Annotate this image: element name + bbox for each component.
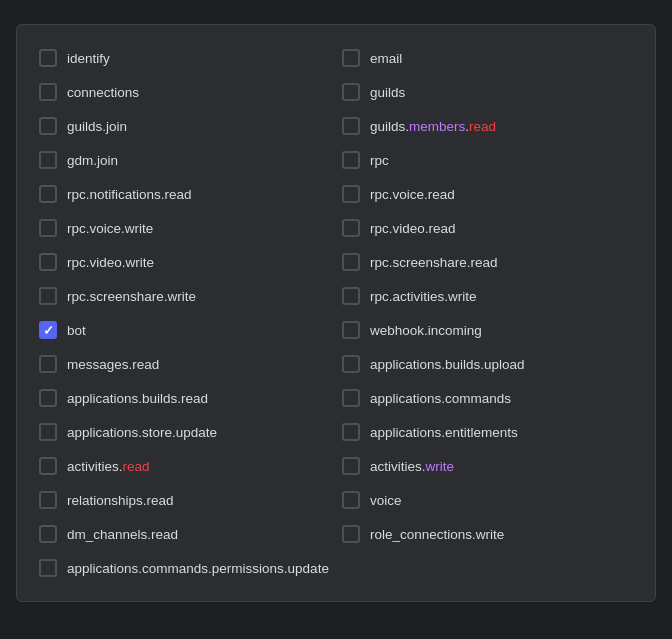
label-rpc.voice.write: rpc.voice.write [67,221,153,236]
label-rpc: rpc [370,153,389,168]
checkbox-rpc.voice.read[interactable] [342,185,360,203]
scope-item-voice: voice [336,483,639,517]
scope-item-rpc.screenshare.read: rpc.screenshare.read [336,245,639,279]
checkbox-applications.builds.upload[interactable] [342,355,360,373]
label-applications.store.update: applications.store.update [67,425,217,440]
checkbox-rpc.video.read[interactable] [342,219,360,237]
scope-item-webhook.incoming: webhook.incoming [336,313,639,347]
scope-item-relationships.read: relationships.read [33,483,336,517]
scope-item-rpc.video.read: rpc.video.read [336,211,639,245]
scope-item-rpc: rpc [336,143,639,177]
label-rpc.voice.read: rpc.voice.read [370,187,455,202]
scope-item-connections: connections [33,75,336,109]
label-applications.commands.permissions.update: applications.commands.permissions.update [67,561,329,576]
scopes-grid: identifyemailconnectionsguildsguilds.joi… [33,41,639,585]
scope-item-applications.builds.read: applications.builds.read [33,381,336,415]
scope-item-bot: bot [33,313,336,347]
checkbox-dm_channels.read[interactable] [39,525,57,543]
checkbox-rpc.activities.write[interactable] [342,287,360,305]
scope-item-applications.store.update: applications.store.update [33,415,336,449]
scope-item-messages.read: messages.read [33,347,336,381]
label-role_connections.write: role_connections.write [370,527,504,542]
scope-item-rpc.voice.write: rpc.voice.write [33,211,336,245]
label-applications.builds.read: applications.builds.read [67,391,208,406]
scopes-container: identifyemailconnectionsguildsguilds.joi… [16,16,656,602]
scope-item-identify: identify [33,41,336,75]
checkbox-guilds.members.read[interactable] [342,117,360,135]
checkbox-messages.read[interactable] [39,355,57,373]
checkbox-guilds.join[interactable] [39,117,57,135]
checkbox-gdm.join[interactable] [39,151,57,169]
scope-item-rpc.notifications.read: rpc.notifications.read [33,177,336,211]
label-guilds.members.read: guilds.members.read [370,119,496,134]
scopes-box: identifyemailconnectionsguildsguilds.joi… [16,24,656,602]
label-activities.read: activities.read [67,459,150,474]
checkbox-bot[interactable] [39,321,57,339]
checkbox-guilds[interactable] [342,83,360,101]
label-applications.builds.upload: applications.builds.upload [370,357,525,372]
label-bot: bot [67,323,86,338]
label-gdm.join: gdm.join [67,153,118,168]
scope-item-rpc.video.write: rpc.video.write [33,245,336,279]
scope-item-guilds.join: guilds.join [33,109,336,143]
checkbox-rpc.screenshare.read[interactable] [342,253,360,271]
checkbox-applications.entitlements[interactable] [342,423,360,441]
label-rpc.video.read: rpc.video.read [370,221,456,236]
label-connections: connections [67,85,139,100]
checkbox-rpc.notifications.read[interactable] [39,185,57,203]
label-rpc.notifications.read: rpc.notifications.read [67,187,192,202]
scope-item-dm_channels.read: dm_channels.read [33,517,336,551]
checkbox-activities.write[interactable] [342,457,360,475]
scope-item-activities.write: activities.write [336,449,639,483]
checkbox-voice[interactable] [342,491,360,509]
checkbox-connections[interactable] [39,83,57,101]
label-dm_channels.read: dm_channels.read [67,527,178,542]
label-applications.commands: applications.commands [370,391,511,406]
label-email: email [370,51,402,66]
scope-item-email: email [336,41,639,75]
label-guilds.join: guilds.join [67,119,127,134]
scope-item-applications.builds.upload: applications.builds.upload [336,347,639,381]
label-rpc.video.write: rpc.video.write [67,255,154,270]
scope-item-gdm.join: gdm.join [33,143,336,177]
checkbox-role_connections.write[interactable] [342,525,360,543]
label-webhook.incoming: webhook.incoming [370,323,482,338]
label-activities.write: activities.write [370,459,454,474]
label-voice: voice [370,493,402,508]
label-identify: identify [67,51,110,66]
checkbox-rpc[interactable] [342,151,360,169]
scope-item-rpc.screenshare.write: rpc.screenshare.write [33,279,336,313]
scope-item-rpc.activities.write: rpc.activities.write [336,279,639,313]
label-rpc.activities.write: rpc.activities.write [370,289,477,304]
checkbox-rpc.screenshare.write[interactable] [39,287,57,305]
checkbox-applications.commands[interactable] [342,389,360,407]
checkbox-applications.store.update[interactable] [39,423,57,441]
checkbox-activities.read[interactable] [39,457,57,475]
checkbox-email[interactable] [342,49,360,67]
checkbox-applications.builds.read[interactable] [39,389,57,407]
checkbox-relationships.read[interactable] [39,491,57,509]
checkbox-webhook.incoming[interactable] [342,321,360,339]
scope-item-role_connections.write: role_connections.write [336,517,639,551]
scope-item-guilds.members.read: guilds.members.read [336,109,639,143]
scope-item-guilds: guilds [336,75,639,109]
label-applications.entitlements: applications.entitlements [370,425,518,440]
scope-item-applications.commands: applications.commands [336,381,639,415]
label-guilds: guilds [370,85,405,100]
scope-item-activities.read: activities.read [33,449,336,483]
label-rpc.screenshare.write: rpc.screenshare.write [67,289,196,304]
scope-item-rpc.voice.read: rpc.voice.read [336,177,639,211]
label-relationships.read: relationships.read [67,493,174,508]
label-messages.read: messages.read [67,357,159,372]
scope-item-applications.entitlements: applications.entitlements [336,415,639,449]
checkbox-rpc.video.write[interactable] [39,253,57,271]
checkbox-identify[interactable] [39,49,57,67]
checkbox-rpc.voice.write[interactable] [39,219,57,237]
scope-item-applications.commands.permissions.update: applications.commands.permissions.update [33,551,639,585]
label-rpc.screenshare.read: rpc.screenshare.read [370,255,498,270]
checkbox-applications.commands.permissions.update[interactable] [39,559,57,577]
